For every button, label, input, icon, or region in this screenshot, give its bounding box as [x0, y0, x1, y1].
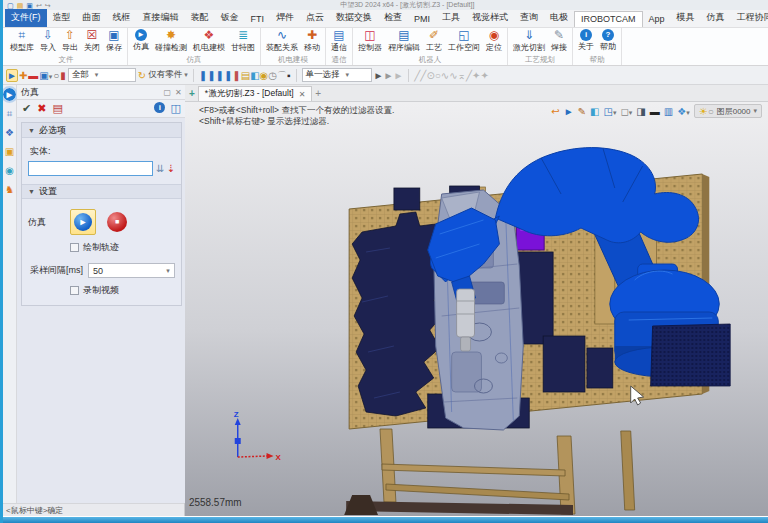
- cursor-a-icon[interactable]: ►: [374, 68, 384, 83]
- reset-icon[interactable]: ▤: [52, 102, 62, 115]
- menu-tab-22[interactable]: 工程协同: [731, 9, 768, 27]
- menu-tab-6[interactable]: 装配: [185, 9, 215, 27]
- cancel-icon[interactable]: ✖: [37, 102, 46, 115]
- point2-tool-icon[interactable]: ✦: [480, 68, 488, 83]
- mechatronics-button[interactable]: ❖机电建模: [190, 29, 228, 55]
- select-cursor-icon[interactable]: ►: [6, 68, 18, 83]
- spline-tool-icon[interactable]: ∿: [441, 68, 449, 83]
- required-section-header[interactable]: ▼ 必选项: [22, 123, 181, 138]
- pickfilter-sheet-icon[interactable]: ▤: [241, 68, 250, 83]
- spline2-tool-icon[interactable]: ∿: [449, 68, 457, 83]
- menu-tab-10[interactable]: 点云: [300, 9, 330, 27]
- collision-button[interactable]: ✸碰撞检测: [152, 29, 190, 55]
- library-manager-icon[interactable]: ▣: [5, 146, 14, 158]
- pickfilter-curve-icon[interactable]: ❚: [224, 68, 232, 83]
- scope-label[interactable]: 仅有零件: [148, 69, 182, 81]
- menu-tab-7[interactable]: 钣金: [215, 9, 245, 27]
- arc-pick-icon[interactable]: ⌒: [277, 68, 287, 83]
- menu-tab-14[interactable]: 工具: [436, 9, 466, 27]
- process-button[interactable]: ✐工艺: [423, 29, 445, 55]
- pickfilter-edge-icon[interactable]: ❚: [216, 68, 224, 83]
- panel-view-icon[interactable]: ▥: [664, 106, 673, 117]
- ok-icon[interactable]: ✔: [22, 102, 31, 115]
- remove-select-icon[interactable]: ▬: [28, 68, 38, 83]
- pickfilter-shape-icon[interactable]: ❚: [199, 68, 207, 83]
- appearance-icon[interactable]: ◧: [590, 106, 599, 117]
- filter-all-dropdown[interactable]: 全部▾: [68, 68, 136, 82]
- pickfilter-face-icon[interactable]: ❚: [207, 68, 215, 83]
- gantt-button[interactable]: ≣甘特图: [228, 29, 258, 55]
- menu-tab-8[interactable]: FTI: [245, 12, 271, 27]
- history-manager-icon[interactable]: ❖: [5, 127, 14, 139]
- import-button[interactable]: ⇩导入: [37, 29, 59, 55]
- menu-tab-19[interactable]: App: [643, 12, 671, 27]
- controller-button[interactable]: ◫控制器: [355, 29, 385, 55]
- menu-tab-21[interactable]: 仿真: [701, 9, 731, 27]
- document-tab[interactable]: *激光切割.Z3 - [Default] ✕: [198, 86, 313, 101]
- menu-tab-16[interactable]: 查询: [514, 9, 544, 27]
- float-icon[interactable]: ▢: [160, 87, 172, 97]
- menu-tab-9[interactable]: 焊件: [270, 9, 300, 27]
- simulate-button[interactable]: ►仿真: [130, 29, 152, 55]
- menu-tab-15[interactable]: 视觉样式: [466, 9, 514, 27]
- frame-select-icon[interactable]: ▣▾: [39, 68, 52, 83]
- menu-tab-2[interactable]: 造型: [47, 9, 77, 27]
- play-simulation-button[interactable]: ►: [70, 209, 96, 235]
- assembly-relation-button[interactable]: ∿装配关系: [263, 29, 301, 55]
- weld-button[interactable]: ✎焊接: [548, 29, 570, 55]
- menu-tab-3[interactable]: 曲面: [77, 9, 107, 27]
- chart-icon[interactable]: ▮: [60, 68, 66, 83]
- point-tool-icon[interactable]: ✦: [472, 68, 480, 83]
- info-icon[interactable]: i: [154, 102, 165, 115]
- model-library-button[interactable]: ⌗模型库: [7, 29, 37, 55]
- add-select-icon[interactable]: ✚: [19, 68, 27, 83]
- draw-trace-checkbox[interactable]: [70, 243, 79, 252]
- cursor-c-icon[interactable]: ►: [393, 68, 403, 83]
- view-manager-icon[interactable]: ◉: [5, 165, 14, 177]
- black-strip-icon[interactable]: ▬: [650, 106, 660, 117]
- close-doc-button[interactable]: ☒关闭: [81, 29, 103, 55]
- locate-button[interactable]: ◉定位: [483, 29, 505, 55]
- move-button[interactable]: ✚移动: [301, 29, 323, 55]
- laser-cut-button[interactable]: ⇓激光切割: [510, 29, 548, 55]
- close-panel-icon[interactable]: ✕: [171, 87, 182, 97]
- pickfilter-block-icon[interactable]: ◧: [250, 68, 259, 83]
- menu-tab-12[interactable]: 检查: [378, 9, 408, 27]
- assembly-manager-icon[interactable]: ⌗: [7, 108, 13, 120]
- background-icon[interactable]: ◨: [636, 106, 645, 117]
- menu-tab-18[interactable]: IROBOTCAM: [574, 11, 643, 27]
- expand-icon[interactable]: ⇊: [156, 163, 164, 174]
- scene-canvas[interactable]: Z X 2558.57mm: [185, 102, 768, 516]
- program-edit-button[interactable]: ▤程序编辑: [385, 29, 423, 55]
- communication-button[interactable]: ▤通信: [328, 29, 350, 55]
- new-tab-icon[interactable]: +: [189, 87, 195, 101]
- menu-tab-13[interactable]: PMI: [408, 12, 436, 27]
- paint-icon[interactable]: ✎: [578, 106, 586, 117]
- pick-icon[interactable]: ►: [564, 106, 574, 117]
- menu-tab-17[interactable]: 电极: [544, 9, 574, 27]
- about-button[interactable]: i关于: [575, 29, 597, 55]
- add-tab-icon[interactable]: +: [315, 87, 321, 101]
- shade-mode-icon[interactable]: ◳▾: [603, 106, 616, 117]
- orbit-icon[interactable]: ❖▾: [677, 106, 689, 117]
- selection-mode-dropdown[interactable]: 单一选择▾: [302, 68, 372, 82]
- history-clock-icon[interactable]: ◷: [268, 68, 277, 83]
- dot-pick-icon[interactable]: ▪: [287, 68, 291, 83]
- entity-input[interactable]: [28, 161, 153, 176]
- pick-entity-icon[interactable]: ⇣: [166, 163, 174, 174]
- pickfilter-sketch-icon[interactable]: ◉: [260, 68, 269, 83]
- save-button[interactable]: ▣保存: [103, 29, 125, 55]
- export-button[interactable]: ⇧导出: [59, 29, 81, 55]
- record-video-checkbox[interactable]: [70, 286, 79, 295]
- exit-sketch-icon[interactable]: ↩: [551, 106, 559, 117]
- interval-dropdown[interactable]: 50▾: [88, 263, 175, 278]
- menu-tab-11[interactable]: 数据交换: [330, 9, 378, 27]
- wireframe-icon[interactable]: ◻▾: [620, 106, 632, 117]
- stop-simulation-button[interactable]: ■: [104, 209, 130, 235]
- circle-tool-icon[interactable]: ⊙: [426, 68, 434, 83]
- menu-tab-20[interactable]: 模具: [671, 9, 701, 27]
- sim-manager-icon[interactable]: ►: [3, 88, 16, 101]
- refresh-icon[interactable]: ↻: [138, 68, 146, 83]
- cursor-b-icon[interactable]: ►: [384, 68, 394, 83]
- workspace-button[interactable]: ◱工作空间: [445, 29, 483, 55]
